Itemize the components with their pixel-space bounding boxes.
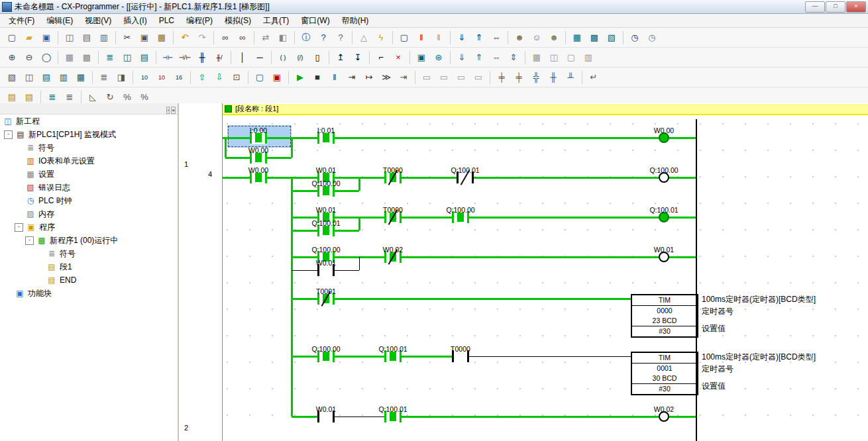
rising-edge-icon[interactable]: ↥: [333, 50, 349, 66]
find-next-icon[interactable]: ∞: [235, 30, 250, 46]
tree-item-function-blocks[interactable]: ▣功能块: [0, 287, 178, 300]
panel-pin-button[interactable]: ▫: [166, 107, 170, 114]
menu-item-9[interactable]: 窗口(W): [295, 14, 335, 28]
transfer-up-icon[interactable]: ⇑: [471, 50, 487, 66]
or-contact-nc-icon[interactable]: ╫/: [211, 50, 227, 66]
tree-expander[interactable]: -: [15, 223, 23, 232]
redo-icon[interactable]: ↷: [194, 30, 210, 46]
closed-coil-icon[interactable]: (/): [292, 50, 308, 66]
run-icon[interactable]: ▶: [292, 70, 308, 85]
grid-dark-icon[interactable]: ▩: [79, 50, 95, 66]
release-user-icon[interactable]: ☻: [546, 30, 562, 46]
save-icon[interactable]: ▣: [38, 30, 54, 46]
paste-icon[interactable]: ▦: [154, 30, 170, 46]
tree-item-program[interactable]: -▣程序: [0, 220, 178, 234]
menu-item-7[interactable]: 模拟(S): [219, 14, 257, 28]
monitor-mode-icon[interactable]: ▢: [252, 70, 268, 85]
tree-item-section1[interactable]: ▤段1: [0, 260, 178, 273]
address-reference-icon[interactable]: ◧: [275, 30, 291, 46]
pause-monitor-icon[interactable]: ‖: [413, 30, 429, 46]
find-icon[interactable]: ∞: [217, 30, 233, 46]
tree-item-new-program1[interactable]: -▩新程序1 (00)运行中: [0, 234, 178, 247]
pause-monitor-4-icon[interactable]: ▭: [470, 70, 486, 85]
menu-item-5[interactable]: PLC: [153, 15, 180, 26]
transfer-down-icon[interactable]: ⇓: [454, 50, 470, 66]
compile-icon[interactable]: ⊛: [431, 50, 447, 66]
tree-item-end[interactable]: ▤END: [0, 273, 178, 287]
monitor-window-icon[interactable]: ▦: [569, 30, 585, 46]
error-log-icon[interactable]: △: [356, 30, 372, 46]
menu-item-4[interactable]: 插入(I): [117, 14, 152, 28]
monitor-grid-icon[interactable]: ▦: [529, 50, 545, 66]
zoom-fit-icon[interactable]: ◯: [38, 50, 54, 66]
compare-with-plc-icon[interactable]: ⇔: [488, 30, 504, 46]
horizontal-line-icon[interactable]: ─: [252, 50, 268, 66]
link-user-icon[interactable]: ☺: [529, 30, 545, 46]
window-tile-icon[interactable]: ◫: [21, 70, 37, 85]
panel-close-button[interactable]: ×: [171, 107, 176, 114]
pause-icon[interactable]: ‖: [327, 70, 343, 85]
step-run-icon[interactable]: ⇥: [344, 70, 360, 85]
zoom-in-icon[interactable]: ⊕: [4, 50, 20, 66]
cycle-time-icon[interactable]: ◷: [627, 30, 643, 46]
ratio-tool-icon[interactable]: %: [136, 89, 152, 105]
scale-tool-icon[interactable]: %: [119, 89, 135, 105]
diff-trace-2-icon[interactable]: ╪: [511, 70, 527, 85]
tree-expander[interactable]: -: [25, 236, 34, 245]
tree-item-memory[interactable]: ▨内存: [0, 207, 178, 220]
menu-item-6[interactable]: 编程(P): [180, 14, 219, 28]
online-edit-icon[interactable]: ϟ: [373, 30, 389, 46]
menu-item-2[interactable]: 编辑(E): [40, 14, 79, 28]
or-contact-no-icon[interactable]: ╫: [194, 50, 210, 66]
return-icon[interactable]: ↵: [586, 70, 602, 85]
debug-mode-icon[interactable]: ▣: [269, 70, 285, 85]
menu-item-3[interactable]: 视图(V): [79, 14, 117, 28]
upload-from-plc-icon[interactable]: ⇑: [471, 30, 487, 46]
menu-item-10[interactable]: 帮助(H): [336, 14, 375, 28]
open-file-icon[interactable]: ▰: [21, 30, 37, 46]
clock-icon[interactable]: ◷: [644, 30, 660, 46]
tree-item-program-symbols[interactable]: ≣符号: [0, 247, 178, 260]
tree-item-new-plc1[interactable]: -▤新PLC1[CP1H] 监视模式: [0, 128, 178, 141]
context-help-icon[interactable]: ?: [333, 30, 349, 46]
watch-sheet-icon[interactable]: ▥: [56, 70, 72, 85]
symbol-table-icon[interactable]: ≣: [96, 70, 112, 85]
menu-item-8[interactable]: 工具(T): [257, 14, 295, 28]
monitor-view-icon[interactable]: ▢: [563, 50, 579, 66]
tree-item-io-table[interactable]: ▥IO表和单元设置: [0, 154, 178, 168]
print-preview-icon[interactable]: ◫: [62, 30, 78, 46]
address-list-icon[interactable]: ≣: [62, 89, 78, 105]
coil-icon[interactable]: ( ): [275, 50, 291, 66]
print-icon[interactable]: ▤: [79, 30, 95, 46]
scan-run-icon[interactable]: ⇥: [396, 70, 411, 85]
diff-trace-5-icon[interactable]: ╨: [563, 70, 578, 85]
monitor-hex-icon[interactable]: 16: [171, 70, 187, 85]
download-to-plc-icon[interactable]: ⇓: [454, 30, 470, 46]
contact-nc-icon[interactable]: ⊣/⊢: [177, 50, 193, 66]
mnemonic-view-icon[interactable]: ▤: [136, 50, 152, 66]
help-icon[interactable]: ?: [315, 30, 331, 46]
stop-icon[interactable]: ■: [309, 70, 325, 85]
menu-item-1[interactable]: 文件(F): [3, 14, 40, 28]
zoom-out-icon[interactable]: ⊖: [21, 50, 37, 66]
diff-trace-1-icon[interactable]: ╪: [494, 70, 510, 85]
info-icon[interactable]: ⓘ: [298, 30, 314, 46]
tree-item-error-log[interactable]: ▧错误日志: [0, 181, 178, 194]
local-window-icon[interactable]: ◨: [113, 70, 129, 85]
online-user-icon[interactable]: ☻: [512, 30, 527, 46]
tree-item-settings[interactable]: ▦设置: [0, 168, 178, 181]
ladder-canvas[interactable]: I:0.00I:0.01W0.00W0.00W0.00W0.01T0000Q:1…: [179, 103, 868, 441]
grid-icon[interactable]: ▦: [62, 50, 78, 66]
step-in-icon[interactable]: ↦: [361, 70, 377, 85]
tree-expander[interactable]: -: [4, 130, 13, 139]
program-check-icon[interactable]: ▣: [413, 50, 429, 66]
contact-no-icon[interactable]: ⊣⊢: [160, 50, 176, 66]
instruction-icon[interactable]: ▯: [309, 50, 325, 66]
work-online-icon[interactable]: ▢: [396, 30, 412, 46]
symbols-view-icon[interactable]: ≣: [102, 50, 118, 66]
diff-trace-3-icon[interactable]: ╬: [528, 70, 544, 85]
maximize-button[interactable]: □: [826, 1, 845, 13]
continuous-run-icon[interactable]: ≫: [378, 70, 394, 85]
pause-monitor-3-icon[interactable]: ▭: [453, 70, 469, 85]
output-window-icon[interactable]: ▤: [38, 70, 54, 85]
